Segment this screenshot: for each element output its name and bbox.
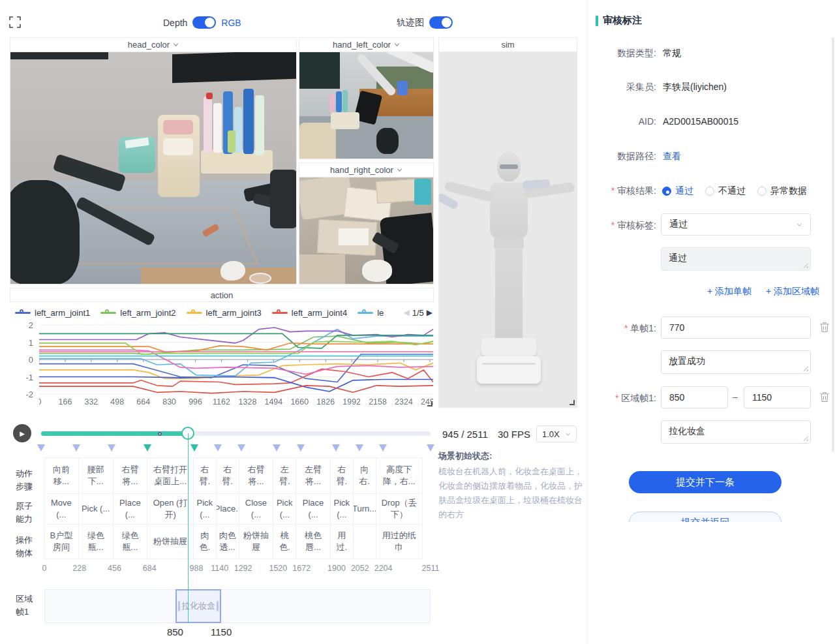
radio-option[interactable]: 不通过 xyxy=(705,185,746,197)
region-segment[interactable]: 拉化妆盒 xyxy=(175,589,221,623)
keyframe-marker[interactable] xyxy=(108,444,115,452)
skill-cell[interactable]: Move (... xyxy=(44,493,79,525)
region-start-input[interactable]: 850 xyxy=(661,386,728,408)
trajectory-switch[interactable] xyxy=(429,16,453,29)
keyframe-marker[interactable] xyxy=(356,444,363,452)
sim-view[interactable] xyxy=(439,52,577,407)
progress-thumb[interactable] xyxy=(181,427,194,440)
skill-cell[interactable]: Place.. xyxy=(216,493,239,525)
keyframe-marker[interactable] xyxy=(72,444,80,452)
object-cell[interactable]: 桃色唇... xyxy=(296,524,331,559)
keyframe-marker[interactable] xyxy=(297,444,305,452)
skill-cell[interactable]: Open (打开) xyxy=(147,493,194,525)
keyframe-marker[interactable] xyxy=(273,444,281,452)
keyframe-marker[interactable] xyxy=(37,444,45,452)
data-path-link[interactable]: 查看 xyxy=(663,151,681,162)
region-frame-track[interactable]: 拉化妆盒 xyxy=(44,589,431,623)
step-cell[interactable]: 右臂. xyxy=(193,457,217,494)
chart-plot-area[interactable] xyxy=(39,320,433,399)
region-frame-note[interactable]: 拉化妆盒 xyxy=(661,420,811,444)
resize-handle-icon[interactable] xyxy=(569,400,575,405)
object-cell[interactable]: 桃色. xyxy=(273,524,296,559)
keyframe-marker[interactable] xyxy=(144,444,151,452)
step-cell[interactable]: 右臂. xyxy=(330,457,354,494)
object-cell[interactable]: 绿色瓶... xyxy=(113,524,148,559)
keyframe-marker[interactable] xyxy=(427,444,434,452)
step-cell[interactable]: 高度下降，右... xyxy=(376,457,423,494)
resize-grip-icon[interactable] xyxy=(803,263,808,268)
object-cell[interactable]: 用过的纸巾 xyxy=(376,524,423,559)
head-color-title: head_color xyxy=(128,40,170,50)
add-single-frame-link[interactable]: + 添加单帧 xyxy=(707,286,752,296)
delete-region-frame-icon[interactable] xyxy=(819,391,830,403)
legend-item[interactable]: left_arm_joint3 xyxy=(187,308,262,318)
progress-slider[interactable] xyxy=(41,431,431,436)
object-cell[interactable]: 绿色瓶... xyxy=(78,524,114,559)
legend-item[interactable]: left_arm_joint2 xyxy=(100,308,175,318)
keyframe-marker[interactable] xyxy=(237,444,245,452)
robot-base-top xyxy=(481,338,537,356)
skill-cell[interactable]: Pick (... xyxy=(78,493,114,525)
keyframe-marker[interactable] xyxy=(190,444,198,452)
resize-grip-icon[interactable] xyxy=(803,436,808,441)
depth-rgb-switch[interactable] xyxy=(192,16,216,29)
region-end-label: 1150 xyxy=(211,626,232,637)
radio-option[interactable]: 异常数据 xyxy=(757,185,807,197)
keyframe-dot[interactable] xyxy=(158,432,162,436)
radio-selected[interactable]: 通过 xyxy=(662,185,693,197)
skill-cell[interactable]: Turn... xyxy=(353,493,376,525)
skill-cell[interactable]: Place (... xyxy=(296,493,331,525)
segment-left-handle[interactable] xyxy=(178,601,180,611)
skill-cell[interactable]: Pick (... xyxy=(273,493,296,525)
skill-cell[interactable]: Pick (... xyxy=(193,493,217,525)
segment-right-handle[interactable] xyxy=(217,601,219,611)
skill-cell[interactable]: Place (... xyxy=(113,493,148,525)
legend-item[interactable]: left_arm_joint1 xyxy=(15,308,90,318)
object-cell[interactable]: 粉饼抽屉 xyxy=(239,524,274,559)
submit-return-button[interactable]: 提交并返回 xyxy=(629,512,782,522)
object-cell[interactable]: 粉饼抽屉 xyxy=(147,524,194,559)
step-cell[interactable]: 向右. xyxy=(353,457,376,494)
legend-prev-icon[interactable]: ◀ xyxy=(403,308,409,317)
legend-next-icon[interactable]: ▶ xyxy=(427,308,433,317)
keyframe-marker[interactable] xyxy=(379,444,387,452)
review-tag-note[interactable]: 通过 xyxy=(661,247,811,271)
object-cell[interactable]: 肉色. xyxy=(193,524,217,559)
single-frame-note[interactable]: 放置成功 xyxy=(661,350,811,374)
keyframe-marker[interactable] xyxy=(214,444,222,452)
object-cell[interactable]: B户型房间 xyxy=(44,524,79,559)
resize-grip-icon[interactable] xyxy=(803,366,808,371)
add-region-frame-link[interactable]: + 添加区域帧 xyxy=(766,286,819,296)
panel-scrollbar[interactable] xyxy=(832,37,834,452)
submit-next-button[interactable]: 提交并下一条 xyxy=(629,471,782,493)
review-result-label: 审核结果: xyxy=(588,185,656,197)
object-cell[interactable]: 用过. xyxy=(330,524,354,559)
keyframe-marker[interactable] xyxy=(332,444,340,452)
play-button[interactable]: ▶ xyxy=(13,424,31,442)
head-color-header[interactable]: head_color xyxy=(10,38,296,52)
object-cell[interactable] xyxy=(353,524,376,559)
delete-single-frame-icon[interactable] xyxy=(819,322,830,333)
skill-cell[interactable]: Pick (... xyxy=(330,493,354,525)
step-cell[interactable]: 左臂. xyxy=(273,457,296,494)
legend-item[interactable]: le xyxy=(357,308,384,318)
legend-item[interactable]: left_arm_joint4 xyxy=(272,308,347,318)
region-end-input[interactable]: 1150 xyxy=(744,386,811,408)
step-cell[interactable]: 左臂将... xyxy=(296,457,331,494)
step-cell[interactable]: 腰部下... xyxy=(78,457,114,494)
single-frame-input[interactable]: 770 xyxy=(661,316,811,339)
skill-cell[interactable]: Drop（丢下） xyxy=(376,493,423,525)
hand-right-color-header[interactable]: hand_right_color xyxy=(299,163,433,177)
step-cell[interactable]: 向前移... xyxy=(44,457,79,494)
hand-left-color-header[interactable]: hand_left_color xyxy=(299,38,433,52)
fullscreen-icon[interactable] xyxy=(9,16,21,28)
speed-select[interactable]: 1.0X xyxy=(536,425,577,442)
step-cell[interactable]: 右臂打开桌面上... xyxy=(147,457,194,494)
step-cell[interactable]: 右臂. xyxy=(216,457,239,494)
resize-handle-icon[interactable] xyxy=(427,401,433,406)
skill-cell[interactable]: Close (... xyxy=(239,493,274,525)
step-cell[interactable]: 右臂将... xyxy=(113,457,148,494)
step-cell[interactable]: 右臂将... xyxy=(239,457,274,494)
object-cell[interactable]: 肉色透... xyxy=(216,524,239,559)
review-tag-select[interactable]: 通过 xyxy=(661,213,811,236)
